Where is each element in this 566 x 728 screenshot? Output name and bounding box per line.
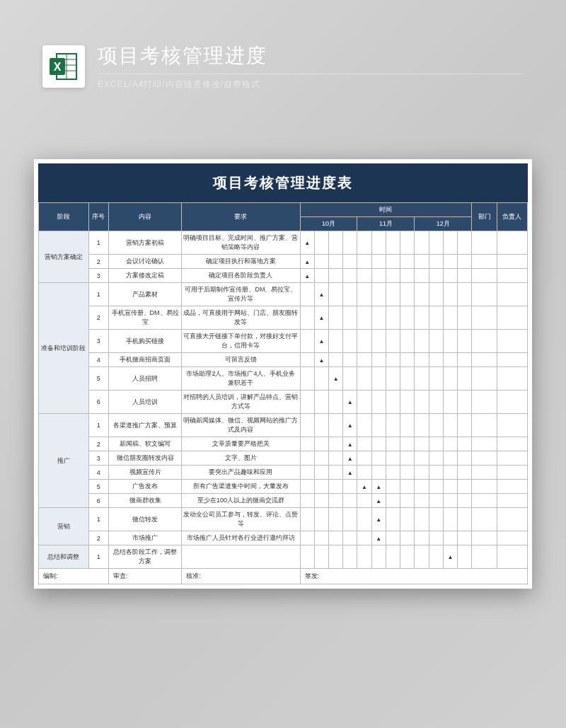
time-cell <box>443 330 457 353</box>
time-cell <box>371 391 386 414</box>
time-cell <box>357 531 371 545</box>
time-cell <box>343 353 357 367</box>
requirement-cell: 至少在100人以上的微商交流群 <box>182 494 300 508</box>
dept-cell <box>472 391 497 414</box>
time-cell <box>343 480 357 494</box>
seq-cell: 1 <box>88 414 108 437</box>
time-cell: ▲ <box>328 367 342 391</box>
time-cell: ▲ <box>343 466 357 480</box>
time-cell: ▲ <box>371 531 386 545</box>
triangle-marker-icon: ▲ <box>448 554 454 560</box>
footer-row: 编制: 审查: 核准: 签发: <box>39 569 528 584</box>
time-cell <box>343 330 357 353</box>
time-cell <box>328 391 342 414</box>
dept-cell <box>472 330 497 353</box>
owner-cell <box>497 531 527 545</box>
time-cell: ▲ <box>314 353 328 367</box>
time-cell <box>415 494 429 508</box>
time-cell <box>429 451 443 466</box>
table-row: 营销方案确定1营销方案初稿明确项目目标、完成时间、推广方案、营销策略等内容▲ <box>39 231 528 255</box>
requirement-cell: 成品，可直接用于网站、门店、朋友圈转发等 <box>182 306 300 330</box>
content-cell: 微信转发 <box>108 508 182 531</box>
time-cell: ▲ <box>314 330 328 353</box>
dept-cell <box>472 451 497 466</box>
time-cell <box>371 466 386 480</box>
content-cell: 新闻稿、软文编写 <box>108 437 182 451</box>
time-cell <box>443 353 457 367</box>
time-cell: ▲ <box>371 508 386 531</box>
owner-cell <box>497 231 527 255</box>
content-cell: 广告发布 <box>108 480 182 494</box>
time-cell <box>328 255 342 269</box>
content-cell: 产品素材 <box>108 283 182 306</box>
content-cell: 方案修改定稿 <box>108 269 182 283</box>
time-cell <box>400 367 415 391</box>
owner-cell <box>497 391 527 414</box>
progress-table: 阶段 序号 内容 要求 时间 部门 负责人 10月 11月 12月 营销方案确定… <box>38 202 528 584</box>
time-cell <box>300 353 314 367</box>
time-cell <box>458 283 472 306</box>
footer-compile: 编制: <box>39 569 109 584</box>
time-cell <box>443 494 457 508</box>
requirement-cell: 可用于后期制作宣传册、DM、易拉宝、宣传片等 <box>182 283 300 306</box>
time-cell <box>314 545 328 569</box>
time-cell <box>343 231 357 255</box>
time-cell <box>429 466 443 480</box>
time-cell <box>386 391 400 414</box>
dept-cell <box>472 353 497 367</box>
time-cell <box>386 451 400 466</box>
time-cell: ▲ <box>314 306 328 330</box>
triangle-marker-icon: ▲ <box>304 240 310 246</box>
content-cell: 手机微商招商页面 <box>108 353 182 367</box>
time-cell <box>300 283 314 306</box>
requirement-cell: 对招聘的人员培训，讲解产品特点、营销方式等 <box>182 391 300 414</box>
time-cell <box>400 545 415 569</box>
time-cell <box>386 353 400 367</box>
requirement-cell: 发动全公司员工参与，转发、评论、点赞等 <box>182 508 300 531</box>
content-cell: 人员培训 <box>108 391 182 414</box>
time-cell <box>328 451 342 466</box>
time-cell <box>300 480 314 494</box>
triangle-marker-icon: ▲ <box>318 338 324 345</box>
time-cell <box>314 531 328 545</box>
time-cell <box>415 306 429 330</box>
time-cell <box>415 466 429 480</box>
owner-cell <box>497 494 527 508</box>
seq-cell: 5 <box>88 367 108 391</box>
table-row: 6微商群收集至少在100人以上的微商交流群▲ <box>39 494 528 508</box>
table-row: 2手机宣传册、DM、易拉宝成品，可直接用于网站、门店、朋友圈转发等▲ <box>39 306 528 330</box>
time-cell <box>386 480 400 494</box>
seq-cell: 3 <box>88 269 108 283</box>
time-cell <box>386 545 400 569</box>
dept-cell <box>472 437 497 451</box>
phase-cell: 营销 <box>39 508 89 545</box>
time-cell <box>458 353 472 367</box>
owner-cell <box>497 306 527 330</box>
time-cell <box>386 494 400 508</box>
time-cell <box>429 367 443 391</box>
time-cell <box>443 451 457 466</box>
content-cell: 人员招聘 <box>108 367 182 391</box>
time-cell <box>300 508 314 531</box>
time-cell: ▲ <box>343 414 357 437</box>
time-cell <box>443 480 457 494</box>
time-cell <box>300 367 314 391</box>
time-cell <box>357 437 371 451</box>
time-cell <box>357 466 371 480</box>
seq-cell: 1 <box>88 283 108 306</box>
time-cell <box>343 283 357 306</box>
time-cell <box>429 330 443 353</box>
seq-cell: 2 <box>88 255 108 269</box>
requirement-cell: 文字、图片 <box>182 451 300 466</box>
time-cell <box>429 269 443 283</box>
dept-cell <box>472 508 497 531</box>
time-cell <box>386 306 400 330</box>
time-cell <box>458 480 472 494</box>
time-cell <box>386 283 400 306</box>
time-cell <box>443 283 457 306</box>
time-cell <box>328 531 342 545</box>
seq-cell: 1 <box>88 508 108 531</box>
col-requirement: 要求 <box>182 203 300 231</box>
time-cell <box>429 255 443 269</box>
col-month-2: 11月 <box>357 217 415 231</box>
